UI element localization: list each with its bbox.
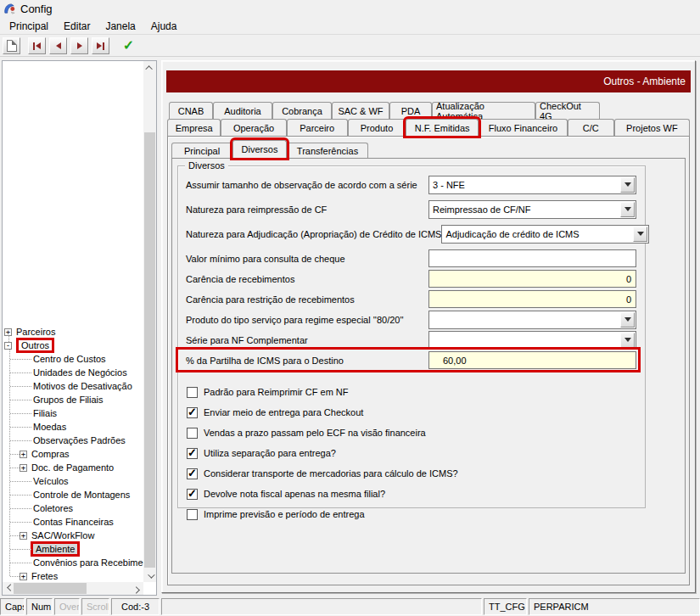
expand-plus-icon[interactable]: + — [20, 532, 27, 540]
tree-item-doc-de-pagamento[interactable]: + Doc. de Pagamento — [3, 461, 143, 474]
scroll-right-button[interactable] — [131, 582, 143, 595]
scroll-down-button[interactable] — [143, 569, 156, 582]
combo-dropdown-button[interactable] — [633, 227, 647, 242]
tab-parceiro[interactable]: Parceiro — [287, 119, 348, 136]
checkbox-padrao-reimprimir[interactable]: Padrão para Reimprimir CF em NF — [186, 382, 636, 402]
tree-item-controle-de-montagens[interactable]: Controle de Montagens — [3, 488, 143, 501]
checkbox-icon[interactable] — [187, 509, 198, 520]
combo-natureza-adjudicacao[interactable]: Adjudicação de crédito de ICMS — [441, 225, 649, 244]
tab-empresa[interactable]: Empresa — [167, 119, 221, 136]
combo-natureza-reimpressao[interactable]: Reimpressao de CF/NF — [428, 200, 636, 219]
menu-ajuda[interactable]: Ajuda — [143, 19, 185, 34]
menu-janela[interactable]: Janela — [98, 19, 143, 34]
checkbox-utiliza-separacao[interactable]: Utiliza separação para entrega? — [186, 443, 636, 463]
edit-partilha-icms-destino[interactable]: 60,00 — [428, 351, 636, 369]
combo-dropdown-button[interactable] — [620, 177, 635, 193]
checkbox-icon[interactable] — [187, 489, 198, 500]
new-record-icon — [7, 40, 17, 52]
tree-item-outros[interactable]: - Outros — [3, 339, 143, 352]
expand-plus-icon[interactable]: + — [20, 464, 27, 472]
scroll-up-button[interactable] — [143, 61, 156, 74]
tree-item-coletores[interactable]: Coletores — [3, 501, 143, 515]
combo-assumir-tamanho[interactable]: 3 - NFE — [428, 176, 636, 194]
field-row: Produto do tipo serviço para regime espe… — [186, 310, 636, 329]
first-record-button[interactable] — [28, 37, 46, 54]
tree-item-contas-financeiras[interactable]: Contas Financeiras — [3, 515, 143, 529]
subtab-principal[interactable]: Principal — [171, 143, 232, 158]
prior-record-icon — [56, 42, 61, 49]
tree-item-veiculos[interactable]: Veículos — [3, 474, 143, 488]
checkbox-vendas-prazo-ecf[interactable]: Vendas a prazo passam pelo ECF na visão … — [186, 423, 636, 443]
checkbox-icon[interactable] — [187, 448, 198, 459]
statusbar-cod: Cod:-3 — [111, 598, 160, 615]
checkbox-icon[interactable] — [187, 428, 198, 439]
statusbar-over: Over — [54, 598, 80, 615]
statusbar-num: Num — [26, 598, 53, 615]
tree-item-compras[interactable]: + Compras — [3, 447, 143, 461]
subtab-transferencias[interactable]: Transferências — [287, 143, 368, 158]
tree-item-convenios-para-recebimento[interactable]: Convênios para Recebimento — [3, 556, 143, 569]
checkbox-considerar-transporte[interactable]: Considerar transporte de mercadorias par… — [186, 463, 636, 484]
menu-editar[interactable]: Editar — [56, 19, 98, 34]
combo-dropdown-button[interactable] — [620, 202, 635, 217]
chevron-right-icon — [132, 586, 139, 593]
tab-produto[interactable]: Produto — [348, 119, 406, 136]
subtab-diversos[interactable]: Diversos — [232, 140, 287, 158]
checkbox-enviar-meio-entrega[interactable]: Enviar meio de entrega para Checkout — [186, 402, 636, 423]
new-record-button[interactable] — [3, 37, 20, 54]
tab-projetos-wf[interactable]: Projetos WF — [614, 119, 690, 136]
subtab-row: Principal Diversos Transferências — [171, 140, 368, 158]
tree-item-grupos-de-filiais[interactable]: Grupos de Filiais — [3, 393, 143, 406]
tree-item-moedas[interactable]: Moedas — [3, 420, 143, 434]
edit-carencia-recebimentos[interactable]: 0 — [428, 270, 636, 288]
tree-item-observacoes-padroes[interactable]: Observações Padrões — [3, 434, 143, 447]
tree-item-centro-de-custos[interactable]: Centro de Custos — [3, 352, 143, 366]
tab-sac-wf[interactable]: SAC & WF — [332, 102, 389, 119]
tree-item-motivos-de-desativacao[interactable]: Motivos de Desativação — [3, 379, 143, 393]
checkbox-icon[interactable] — [187, 468, 198, 479]
tab-cc[interactable]: C/C — [568, 119, 614, 136]
tab-operacao[interactable]: Operação — [221, 119, 286, 136]
checkbox-devolve-nota-fiscal[interactable]: Devolve nota fiscal apenas na mesma fili… — [186, 484, 636, 504]
tree-vertical-scrollbar[interactable] — [143, 61, 156, 582]
combo-serie-nf-complementar[interactable] — [428, 331, 636, 350]
tab-auditoria[interactable]: Auditoria — [213, 102, 272, 119]
tree-item-sac-workflow[interactable]: + SAC/WorkFlow — [3, 529, 143, 542]
tree-item-parceiros[interactable]: + Parceiros — [3, 325, 143, 339]
tree-item-filiais[interactable]: Filiais — [3, 406, 143, 420]
confirm-button[interactable]: ✓ — [120, 37, 137, 54]
tree-item-ambiente[interactable]: Ambiente — [3, 542, 143, 556]
statusbar: Caps Num Over Scroll Cod:-3 TT_CFG PERPA… — [0, 596, 700, 616]
checkbox-icon[interactable] — [187, 387, 198, 398]
tab-cobranca[interactable]: Cobrança — [272, 102, 332, 119]
tree-item-unidades-de-negocios[interactable]: Unidades de Negócios — [3, 366, 143, 379]
combo-dropdown-button[interactable] — [620, 333, 635, 348]
confirm-check-icon: ✓ — [123, 40, 134, 52]
prior-record-button[interactable] — [49, 37, 67, 54]
chevron-up-icon — [145, 65, 152, 72]
tab-pda[interactable]: PDA — [389, 102, 432, 119]
expand-plus-icon[interactable]: + — [20, 451, 27, 458]
horizontal-scroll-thumb[interactable] — [14, 583, 87, 594]
menu-principal[interactable]: Principal — [2, 19, 56, 34]
tree-item-fretes[interactable]: + Fretes — [3, 569, 143, 582]
edit-valor-minimo-cheque[interactable] — [428, 249, 636, 267]
vertical-scroll-thumb[interactable] — [144, 132, 155, 568]
tree-horizontal-scrollbar[interactable] — [3, 582, 143, 595]
tab-checkout-4g[interactable]: CheckOut 4G — [535, 102, 600, 119]
expand-plus-icon[interactable]: + — [20, 573, 27, 580]
expand-plus-icon[interactable]: + — [4, 328, 12, 336]
last-record-button[interactable] — [92, 37, 109, 54]
tab-atualizacao-automatica[interactable]: Atualização Automática — [432, 102, 535, 119]
next-record-button[interactable] — [70, 37, 88, 54]
field-row: Série para NF Complementar — [186, 330, 636, 350]
tab-cnab[interactable]: CNAB — [169, 102, 213, 119]
checkbox-imprime-previsao[interactable]: Imprime previsão e período de entrega — [186, 504, 636, 524]
combo-dropdown-button[interactable] — [620, 312, 635, 328]
checkbox-icon[interactable] — [187, 407, 198, 418]
collapse-minus-icon[interactable]: - — [4, 342, 12, 350]
tab-nf-emitidas[interactable]: N.F. Emitidas — [406, 119, 479, 136]
tab-fluxo-financeiro[interactable]: Fluxo Financeiro — [479, 119, 568, 136]
combo-produto-servico-8020[interactable] — [428, 311, 636, 329]
edit-carencia-restricao[interactable]: 0 — [428, 290, 636, 308]
